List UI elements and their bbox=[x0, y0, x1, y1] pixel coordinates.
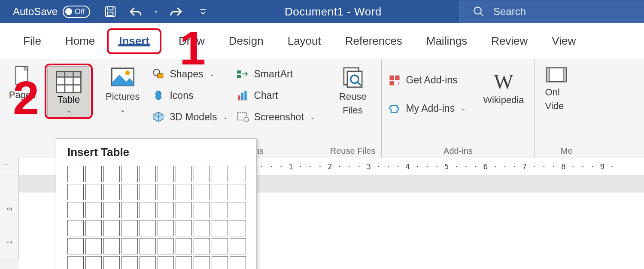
table-grid-cell[interactable] bbox=[140, 256, 156, 269]
svg-rect-17 bbox=[237, 75, 241, 78]
table-grid-cell[interactable] bbox=[212, 256, 228, 269]
tab-home[interactable]: Home bbox=[53, 23, 107, 59]
tab-design[interactable]: Design bbox=[217, 23, 276, 59]
table-grid-cell[interactable] bbox=[85, 202, 102, 218]
table-grid-cell[interactable] bbox=[140, 202, 156, 218]
table-grid-cell[interactable] bbox=[158, 202, 174, 218]
table-grid-cell[interactable] bbox=[67, 220, 84, 236]
table-icon bbox=[55, 70, 82, 94]
table-grid-cell[interactable] bbox=[85, 184, 102, 200]
table-grid-cell[interactable] bbox=[122, 220, 138, 236]
table-grid-cell[interactable] bbox=[176, 202, 192, 218]
table-grid-cell[interactable] bbox=[176, 220, 192, 236]
svg-rect-20 bbox=[245, 91, 247, 100]
tab-mailings[interactable]: Mailings bbox=[414, 23, 479, 59]
table-grid-cell[interactable] bbox=[230, 238, 246, 254]
table-grid-cell[interactable] bbox=[158, 256, 174, 269]
table-grid-cell[interactable] bbox=[212, 184, 228, 200]
table-grid-cell[interactable] bbox=[140, 166, 156, 182]
table-grid-cell[interactable] bbox=[194, 238, 210, 254]
tab-insert[interactable]: Insert bbox=[107, 28, 161, 54]
table-grid-cell[interactable] bbox=[230, 202, 246, 218]
table-grid-cell[interactable] bbox=[122, 238, 138, 254]
tab-review[interactable]: Review bbox=[479, 23, 540, 59]
table-grid-cell[interactable] bbox=[230, 184, 246, 200]
table-grid-cell[interactable] bbox=[194, 220, 210, 236]
table-grid-cell[interactable] bbox=[85, 256, 102, 269]
svg-line-5 bbox=[480, 13, 483, 16]
table-grid-cell[interactable] bbox=[67, 166, 84, 182]
table-grid-cell[interactable] bbox=[85, 220, 102, 236]
table-grid-cell[interactable] bbox=[85, 166, 102, 182]
table-grid-cell[interactable] bbox=[230, 256, 246, 269]
table-grid-cell[interactable] bbox=[140, 220, 156, 236]
autosave-control[interactable]: AutoSave Off bbox=[13, 6, 90, 18]
table-grid-cell[interactable] bbox=[194, 256, 210, 269]
customize-qat-icon[interactable] bbox=[199, 8, 207, 15]
table-grid-cell[interactable] bbox=[158, 220, 174, 236]
tab-layout[interactable]: Layout bbox=[276, 23, 333, 59]
table-grid-cell[interactable] bbox=[212, 220, 228, 236]
table-grid-cell[interactable] bbox=[194, 166, 210, 182]
chart-button[interactable]: Chart bbox=[236, 87, 315, 104]
svg-rect-8 bbox=[57, 71, 81, 77]
table-grid-cell[interactable] bbox=[122, 256, 138, 269]
table-grid-cell[interactable] bbox=[230, 220, 246, 236]
table-grid-cell[interactable] bbox=[122, 166, 138, 182]
table-grid-cell[interactable] bbox=[176, 166, 192, 182]
ribbon-tabs: File Home Insert Draw Design Layout Refe… bbox=[0, 23, 644, 59]
table-grid-cell[interactable] bbox=[67, 238, 84, 254]
reuse-files-button[interactable]: Reuse Files bbox=[335, 63, 371, 119]
table-grid-cell[interactable] bbox=[176, 256, 192, 269]
tab-references[interactable]: References bbox=[333, 23, 414, 59]
table-grid-cell[interactable] bbox=[122, 202, 138, 218]
get-addins-button[interactable]: + Get Add-ins bbox=[388, 71, 466, 89]
table-grid-cell[interactable] bbox=[103, 256, 120, 269]
wikipedia-button[interactable]: W Wikipedia bbox=[479, 69, 528, 108]
vertical-ruler[interactable]: 2 1 bbox=[0, 175, 19, 259]
table-grid-cell[interactable] bbox=[212, 166, 228, 182]
save-icon[interactable] bbox=[104, 5, 117, 18]
ruler-corner: ∟ bbox=[0, 158, 19, 175]
tab-file[interactable]: File bbox=[11, 23, 53, 59]
table-grid-cell[interactable] bbox=[140, 238, 156, 254]
table-grid-cell[interactable] bbox=[67, 256, 84, 269]
table-grid-cell[interactable] bbox=[176, 238, 192, 254]
table-grid-cell[interactable] bbox=[67, 202, 84, 218]
table-grid-cell[interactable] bbox=[103, 184, 120, 200]
screenshot-button[interactable]: + Screenshot⌄ bbox=[236, 108, 315, 125]
table-grid-cell[interactable] bbox=[103, 238, 120, 254]
table-grid-cell[interactable] bbox=[158, 184, 174, 200]
table-grid-cell[interactable] bbox=[103, 202, 120, 218]
table-grid-cell[interactable] bbox=[85, 238, 102, 254]
3d-models-button[interactable]: 3D Models⌄ bbox=[152, 108, 228, 125]
table-grid-cell[interactable] bbox=[103, 220, 120, 236]
tab-view[interactable]: View bbox=[540, 23, 588, 59]
smartart-button[interactable]: SmartArt bbox=[236, 65, 315, 83]
pictures-button[interactable]: Pictures ⌄ bbox=[101, 63, 144, 116]
group-addins: + Get Add-ins My Add-ins⌄ W Wikipedia Ad… bbox=[382, 59, 535, 158]
table-grid-cell[interactable] bbox=[176, 184, 192, 200]
icons-button[interactable]: Icons bbox=[152, 87, 228, 104]
search-box[interactable]: Search bbox=[459, 0, 644, 23]
table-grid-cell[interactable] bbox=[158, 238, 174, 254]
my-addins-button[interactable]: My Add-ins⌄ bbox=[388, 100, 466, 117]
pictures-icon bbox=[110, 65, 136, 89]
table-grid-cell[interactable] bbox=[67, 184, 84, 200]
table-grid-cell[interactable] bbox=[194, 202, 210, 218]
table-button[interactable]: Table ⌄ bbox=[47, 66, 90, 116]
table-grid-cell[interactable] bbox=[212, 202, 228, 218]
table-grid-cell[interactable] bbox=[212, 238, 228, 254]
undo-icon[interactable] bbox=[129, 5, 143, 18]
online-video-button[interactable]: Onl Vide bbox=[541, 63, 573, 114]
table-grid-cell[interactable] bbox=[140, 184, 156, 200]
table-size-grid[interactable] bbox=[67, 166, 248, 269]
table-grid-cell[interactable] bbox=[103, 166, 120, 182]
autosave-toggle[interactable]: Off bbox=[63, 6, 90, 18]
table-grid-cell[interactable] bbox=[158, 166, 174, 182]
table-grid-cell[interactable] bbox=[194, 184, 210, 200]
undo-more-icon[interactable]: ▾ bbox=[155, 9, 157, 15]
redo-icon[interactable] bbox=[169, 5, 183, 18]
table-grid-cell[interactable] bbox=[230, 166, 246, 182]
table-grid-cell[interactable] bbox=[122, 184, 138, 200]
